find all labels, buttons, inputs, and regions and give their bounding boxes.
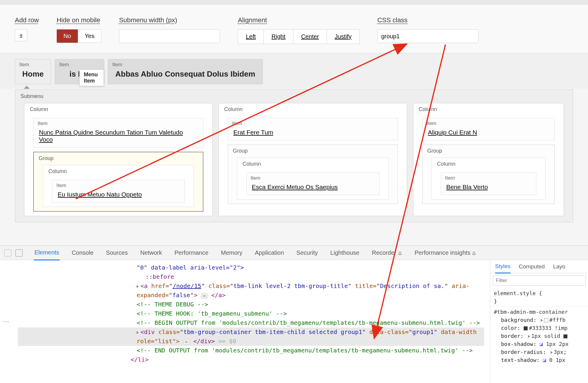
tab-lighthouse[interactable]: Lighthouse xyxy=(330,246,360,260)
column-3[interactable]: Column Item Aliquip Cui Erat N Group Col… xyxy=(413,103,564,216)
group-column[interactable]: Column Item Bene Bla Verto xyxy=(431,158,546,200)
group-box[interactable]: Group Column Item Esca Exerci Metuo Os S… xyxy=(228,145,398,204)
hide-mobile-yes[interactable]: Yes xyxy=(78,29,101,43)
tab-performance[interactable]: Performance xyxy=(174,246,209,260)
css-class-label: CSS class xyxy=(377,16,478,24)
dom-pseudo: ::before xyxy=(146,273,174,280)
tab-memory[interactable]: Memory xyxy=(220,246,243,260)
column-label: Column xyxy=(43,165,194,178)
menu-item-abbas[interactable]: Item Abbas Abluo Consequat Dolus Ibidem xyxy=(108,59,263,84)
styles-tab-layout[interactable]: Layo xyxy=(553,263,565,270)
tab-sources[interactable]: Sources xyxy=(105,246,128,260)
color-swatch-icon[interactable] xyxy=(563,334,568,338)
column-item[interactable]: Item Esca Exerci Metuo Os Saepius xyxy=(246,172,380,195)
expand-icon[interactable] xyxy=(137,331,139,334)
column-item[interactable]: Item Bene Bla Verto xyxy=(441,172,536,195)
group-column[interactable]: Column Item Esca Exerci Metuo Os Saepius xyxy=(237,158,389,200)
align-right-button[interactable]: Right xyxy=(264,29,293,44)
column-item[interactable]: Item Eu Iustum Metuo Natu Oppeto xyxy=(52,180,185,202)
tooltip-menu-item: Menu Item xyxy=(79,69,104,86)
align-center-button[interactable]: Center xyxy=(293,29,327,44)
expand-icon[interactable] xyxy=(541,319,543,322)
submenu-width-label: Submenu width (px) xyxy=(119,16,220,24)
hide-mobile-no[interactable]: No xyxy=(57,29,78,43)
ellipsis-icon[interactable]: ⋯ xyxy=(183,339,190,345)
group-column[interactable]: Column Item Eu Iustum Metuo Natu Oppeto xyxy=(43,165,194,207)
group-box[interactable]: Group Column Item Bene Bla Verto xyxy=(422,145,555,204)
column-label: Column xyxy=(413,103,564,115)
tab-application[interactable]: Application xyxy=(254,246,284,260)
css-prop-background[interactable]: background: #fffb xyxy=(494,316,584,324)
alignment-label: Alignment xyxy=(238,16,360,24)
tab-recorder[interactable]: Recorder xyxy=(371,246,403,260)
tab-network[interactable]: Network xyxy=(140,246,162,260)
item-link[interactable]: Esca Exerci Metuo Os Saepius xyxy=(246,182,379,195)
inspect-icon[interactable] xyxy=(4,249,11,257)
column-label: Column xyxy=(219,103,407,115)
item-label: Item xyxy=(55,59,104,68)
menu-item-home[interactable]: Item Home xyxy=(15,59,51,84)
tab-console[interactable]: Console xyxy=(71,246,94,260)
tab-security[interactable]: Security xyxy=(296,246,318,260)
dom-attr-text: "0" data-label aria-level="2"> xyxy=(137,264,244,271)
item-link[interactable]: Erat Fere Tum xyxy=(228,128,398,140)
add-row-button[interactable]: ± xyxy=(15,29,27,41)
item-label: Item xyxy=(15,59,51,68)
tab-elements[interactable]: Elements xyxy=(34,246,60,260)
group-label: Group xyxy=(423,145,554,156)
submenu-width-input[interactable] xyxy=(119,29,220,43)
css-selector[interactable]: #tbm-admin-mm-container xyxy=(494,308,584,316)
css-class-group: CSS class xyxy=(377,16,478,43)
group-label: Group xyxy=(34,152,203,163)
expand-icon[interactable] xyxy=(137,285,139,288)
item-link[interactable]: Aliquip Cui Erat N xyxy=(423,128,554,140)
css-prop-border[interactable]: border: 1px solid xyxy=(494,332,584,340)
column-item[interactable]: Item Aliquip Cui Erat N xyxy=(422,118,555,140)
dom-href[interactable]: /node/15 xyxy=(173,282,201,289)
align-left-button[interactable]: Left xyxy=(238,29,264,44)
column-item[interactable]: Item Nunc Patria Quidne Secundum Tation … xyxy=(33,118,203,148)
group-label: Group xyxy=(228,145,398,156)
color-swatch-icon[interactable] xyxy=(544,318,548,322)
column-label: Column xyxy=(237,158,388,170)
dom-gutter[interactable]: ⋯ xyxy=(0,260,12,383)
styles-tab-styles[interactable]: Styles xyxy=(495,263,510,273)
item-label: Item xyxy=(423,118,554,128)
flask-icon xyxy=(472,251,476,255)
menu-item-nulla[interactable]: Item E Menu Item is Nulla xyxy=(55,59,104,84)
item-label: Item xyxy=(52,180,184,190)
column-item[interactable]: Item Erat Fere Tum xyxy=(228,118,398,140)
dom-selected-node[interactable]: <div class="tbm-group-container tbm-item… xyxy=(18,327,484,346)
item-label: Item xyxy=(108,59,262,68)
css-prop-color[interactable]: color: #333333 !imp xyxy=(494,324,584,332)
devtools-panel: Elements Console Sources Network Perform… xyxy=(0,246,588,383)
css-prop-text-shadow[interactable]: text-shadow: ◪ 0 1px xyxy=(494,356,584,364)
hide-mobile-label: Hide on mobile xyxy=(57,16,101,24)
device-toggle-icon[interactable] xyxy=(15,249,23,257)
item-link[interactable]: Bene Bla Verto xyxy=(441,182,536,195)
item-link[interactable]: Eu Iustum Metuo Natu Oppeto xyxy=(52,190,184,202)
column-2[interactable]: Column Item Erat Fere Tum Group Column I… xyxy=(219,103,407,216)
align-justify-button[interactable]: Justify xyxy=(327,29,360,44)
dom-class: tbm-link level-2 tbm-group-title xyxy=(233,282,348,289)
css-prop-box-shadow[interactable]: box-shadow: ◪ 1px 2px xyxy=(494,340,584,348)
styles-tab-computed[interactable]: Computed xyxy=(519,263,545,270)
expand-icon[interactable] xyxy=(551,351,553,354)
flask-icon xyxy=(398,251,402,255)
browser-chrome-bar xyxy=(0,0,588,4)
styles-filter-input[interactable] xyxy=(493,276,586,286)
column-1[interactable]: Column Item Nunc Patria Quidne Secundum … xyxy=(24,103,213,216)
item-link[interactable]: Nunc Patria Quidne Secundum Tation Tum V… xyxy=(34,128,203,147)
dom-tree[interactable]: "0" data-label aria-level="2"> ::before … xyxy=(12,260,490,383)
color-swatch-icon[interactable] xyxy=(524,326,528,330)
devtools-tabs: Elements Console Sources Network Perform… xyxy=(0,246,588,260)
dom-close-tag: </li> xyxy=(131,356,148,363)
group-box-selected[interactable]: Group Column Item Eu Iustum Metuo Natu O… xyxy=(33,152,203,212)
expand-icon[interactable] xyxy=(528,335,530,338)
tab-performance-insights[interactable]: Performance insights xyxy=(414,246,477,260)
ellipsis-icon[interactable]: ⋯ xyxy=(201,293,208,299)
css-class-input[interactable] xyxy=(377,29,478,43)
item-label: Item xyxy=(441,173,536,182)
element-style-selector[interactable]: element.style { xyxy=(494,289,584,297)
css-prop-border-radius[interactable]: border-radius: 3px; xyxy=(494,348,584,356)
